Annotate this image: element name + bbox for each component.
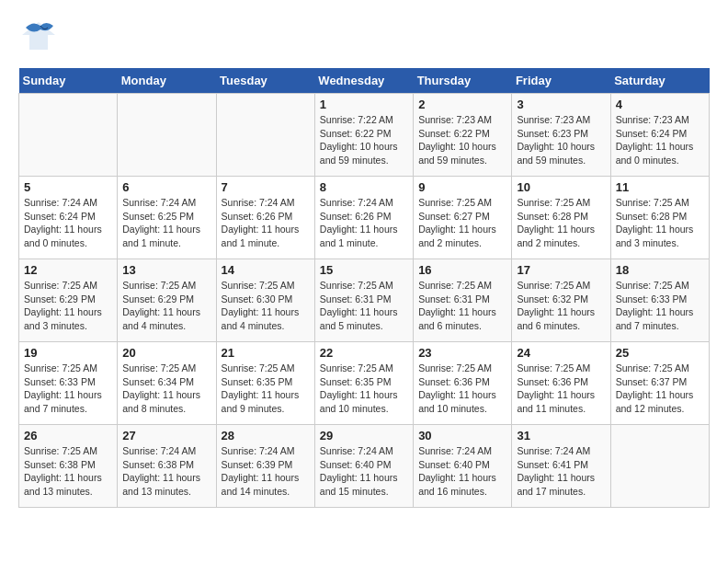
day-sun-info: Sunrise: 7:25 AMSunset: 6:38 PMDaylight:… (24, 444, 112, 499)
header-monday: Monday (118, 68, 216, 94)
calendar-day-cell: 25Sunrise: 7:25 AMSunset: 6:37 PMDayligh… (610, 342, 709, 425)
day-number: 12 (24, 263, 112, 277)
day-number: 7 (222, 180, 310, 194)
logo-bird-icon (18, 18, 59, 53)
day-sun-info: Sunrise: 7:23 AMSunset: 6:24 PMDaylight:… (616, 113, 704, 167)
day-number: 24 (517, 346, 605, 360)
day-number: 23 (418, 346, 506, 360)
calendar-day-cell: 15Sunrise: 7:25 AMSunset: 6:31 PMDayligh… (314, 259, 413, 342)
day-sun-info: Sunrise: 7:25 AMSunset: 6:33 PMDaylight:… (616, 279, 704, 333)
calendar-day-cell (216, 94, 314, 177)
calendar-day-cell: 28Sunrise: 7:24 AMSunset: 6:39 PMDayligh… (216, 425, 314, 508)
calendar-week-row: 5Sunrise: 7:24 AMSunset: 6:24 PMDaylight… (19, 177, 710, 259)
day-number: 22 (320, 346, 408, 360)
day-sun-info: Sunrise: 7:23 AMSunset: 6:23 PMDaylight:… (517, 113, 605, 167)
day-number: 21 (222, 346, 310, 360)
day-sun-info: Sunrise: 7:25 AMSunset: 6:28 PMDaylight:… (517, 196, 605, 250)
day-sun-info: Sunrise: 7:25 AMSunset: 6:31 PMDaylight:… (320, 279, 408, 333)
day-number: 11 (616, 180, 704, 194)
header-sunday: Sunday (19, 68, 118, 94)
header-thursday: Thursday (414, 68, 512, 94)
day-sun-info: Sunrise: 7:24 AMSunset: 6:38 PMDaylight:… (122, 444, 210, 499)
day-number: 17 (517, 263, 605, 277)
calendar-day-cell: 12Sunrise: 7:25 AMSunset: 6:29 PMDayligh… (19, 259, 118, 342)
calendar-day-cell: 13Sunrise: 7:25 AMSunset: 6:29 PMDayligh… (118, 259, 216, 342)
day-number: 10 (517, 180, 605, 194)
calendar-day-cell: 4Sunrise: 7:23 AMSunset: 6:24 PMDaylight… (610, 94, 709, 177)
calendar-week-row: 26Sunrise: 7:25 AMSunset: 6:38 PMDayligh… (19, 425, 710, 508)
day-number: 4 (616, 98, 704, 111)
day-sun-info: Sunrise: 7:25 AMSunset: 6:35 PMDaylight:… (222, 362, 310, 416)
day-number: 27 (122, 429, 210, 442)
day-sun-info: Sunrise: 7:25 AMSunset: 6:37 PMDaylight:… (616, 362, 704, 416)
calendar-day-cell: 2Sunrise: 7:23 AMSunset: 6:22 PMDaylight… (414, 94, 512, 177)
calendar-day-cell: 17Sunrise: 7:25 AMSunset: 6:32 PMDayligh… (512, 259, 610, 342)
day-sun-info: Sunrise: 7:24 AMSunset: 6:24 PMDaylight:… (24, 196, 112, 250)
calendar-day-cell (610, 425, 709, 508)
day-sun-info: Sunrise: 7:25 AMSunset: 6:34 PMDaylight:… (122, 362, 210, 416)
calendar-day-cell: 19Sunrise: 7:25 AMSunset: 6:33 PMDayligh… (19, 342, 118, 425)
day-sun-info: Sunrise: 7:22 AMSunset: 6:22 PMDaylight:… (320, 113, 408, 167)
calendar-day-cell: 6Sunrise: 7:24 AMSunset: 6:25 PMDaylight… (118, 177, 216, 259)
day-number: 20 (122, 346, 210, 360)
day-sun-info: Sunrise: 7:25 AMSunset: 6:29 PMDaylight:… (24, 279, 112, 333)
day-number: 16 (418, 263, 506, 277)
day-sun-info: Sunrise: 7:25 AMSunset: 6:30 PMDaylight:… (222, 279, 310, 333)
header-tuesday: Tuesday (216, 68, 314, 94)
day-number: 6 (122, 180, 210, 194)
day-number: 29 (320, 429, 408, 442)
day-number: 19 (24, 346, 112, 360)
day-number: 25 (616, 346, 704, 360)
day-sun-info: Sunrise: 7:25 AMSunset: 6:27 PMDaylight:… (418, 196, 506, 250)
calendar-day-cell: 11Sunrise: 7:25 AMSunset: 6:28 PMDayligh… (610, 177, 709, 259)
calendar-day-cell: 20Sunrise: 7:25 AMSunset: 6:34 PMDayligh… (118, 342, 216, 425)
calendar-day-cell: 24Sunrise: 7:25 AMSunset: 6:36 PMDayligh… (512, 342, 610, 425)
day-sun-info: Sunrise: 7:25 AMSunset: 6:29 PMDaylight:… (122, 279, 210, 333)
day-number: 18 (616, 263, 704, 277)
calendar-table: Sunday Monday Tuesday Wednesday Thursday… (18, 68, 710, 508)
day-number: 9 (418, 180, 506, 194)
day-sun-info: Sunrise: 7:25 AMSunset: 6:28 PMDaylight:… (616, 196, 704, 250)
day-sun-info: Sunrise: 7:25 AMSunset: 6:36 PMDaylight:… (517, 362, 605, 416)
weekday-header-row: Sunday Monday Tuesday Wednesday Thursday… (19, 68, 710, 94)
day-number: 28 (222, 429, 310, 442)
calendar-day-cell: 9Sunrise: 7:25 AMSunset: 6:27 PMDaylight… (414, 177, 512, 259)
day-sun-info: Sunrise: 7:25 AMSunset: 6:31 PMDaylight:… (418, 279, 506, 333)
page-header (18, 18, 710, 53)
calendar-day-cell: 22Sunrise: 7:25 AMSunset: 6:35 PMDayligh… (314, 342, 413, 425)
header-saturday: Saturday (610, 68, 709, 94)
header-wednesday: Wednesday (314, 68, 413, 94)
day-number: 5 (24, 180, 112, 194)
calendar-week-row: 1Sunrise: 7:22 AMSunset: 6:22 PMDaylight… (19, 94, 710, 177)
calendar-day-cell: 5Sunrise: 7:24 AMSunset: 6:24 PMDaylight… (19, 177, 118, 259)
calendar-day-cell: 10Sunrise: 7:25 AMSunset: 6:28 PMDayligh… (512, 177, 610, 259)
calendar-day-cell: 30Sunrise: 7:24 AMSunset: 6:40 PMDayligh… (414, 425, 512, 508)
day-sun-info: Sunrise: 7:24 AMSunset: 6:26 PMDaylight:… (222, 196, 310, 250)
day-number: 14 (222, 263, 310, 277)
calendar-day-cell: 21Sunrise: 7:25 AMSunset: 6:35 PMDayligh… (216, 342, 314, 425)
calendar-day-cell (19, 94, 118, 177)
day-number: 15 (320, 263, 408, 277)
day-number: 13 (122, 263, 210, 277)
calendar-day-cell: 31Sunrise: 7:24 AMSunset: 6:41 PMDayligh… (512, 425, 610, 508)
day-number: 2 (418, 98, 506, 111)
calendar-week-row: 19Sunrise: 7:25 AMSunset: 6:33 PMDayligh… (19, 342, 710, 425)
calendar-day-cell: 8Sunrise: 7:24 AMSunset: 6:26 PMDaylight… (314, 177, 413, 259)
logo (18, 18, 63, 53)
day-number: 26 (24, 429, 112, 442)
calendar-day-cell: 14Sunrise: 7:25 AMSunset: 6:30 PMDayligh… (216, 259, 314, 342)
day-sun-info: Sunrise: 7:23 AMSunset: 6:22 PMDaylight:… (418, 113, 506, 167)
day-number: 30 (418, 429, 506, 442)
day-sun-info: Sunrise: 7:24 AMSunset: 6:39 PMDaylight:… (222, 444, 310, 499)
day-sun-info: Sunrise: 7:24 AMSunset: 6:40 PMDaylight:… (320, 444, 408, 499)
calendar-day-cell: 16Sunrise: 7:25 AMSunset: 6:31 PMDayligh… (414, 259, 512, 342)
day-sun-info: Sunrise: 7:24 AMSunset: 6:25 PMDaylight:… (122, 196, 210, 250)
day-sun-info: Sunrise: 7:25 AMSunset: 6:33 PMDaylight:… (24, 362, 112, 416)
day-sun-info: Sunrise: 7:25 AMSunset: 6:35 PMDaylight:… (320, 362, 408, 416)
day-number: 8 (320, 180, 408, 194)
day-number: 1 (320, 98, 408, 111)
calendar-day-cell: 26Sunrise: 7:25 AMSunset: 6:38 PMDayligh… (19, 425, 118, 508)
day-number: 31 (517, 429, 605, 442)
calendar-day-cell: 18Sunrise: 7:25 AMSunset: 6:33 PMDayligh… (610, 259, 709, 342)
header-friday: Friday (512, 68, 610, 94)
